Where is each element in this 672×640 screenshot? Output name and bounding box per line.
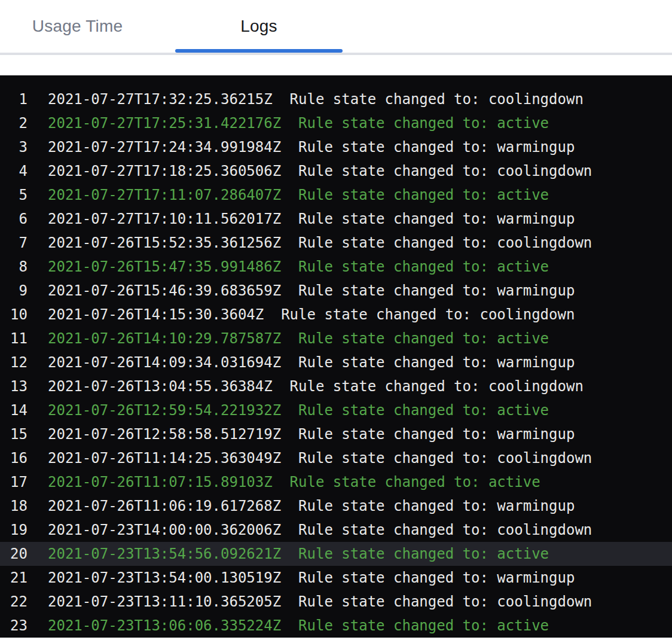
log-timestamp: 2021-07-23T13:06:06.335224Z: [48, 617, 281, 634]
log-row[interactable]: 8 2021-07-26T15:47:35.991486Z Rule state…: [0, 255, 672, 279]
log-row[interactable]: 6 2021-07-27T17:10:11.562017Z Rule state…: [0, 207, 672, 231]
log-row[interactable]: 12 2021-07-26T14:09:34.031694Z Rule stat…: [0, 351, 672, 374]
log-row[interactable]: 18 2021-07-26T11:06:19.617268Z Rule stat…: [0, 494, 672, 518]
line-number: 6: [0, 211, 28, 227]
log-line-content: 2021-07-26T15:46:39.683659Z Rule state c…: [48, 282, 575, 299]
log-message: Rule state changed to: warmingup: [281, 498, 575, 514]
log-message: Rule state changed to: warmingup: [281, 211, 575, 227]
tab-usage-time[interactable]: Usage Time: [8, 0, 147, 53]
log-line-content: 2021-07-26T15:47:35.991486Z Rule state c…: [48, 258, 549, 275]
log-message: Rule state changed to: coolingdown: [281, 593, 592, 610]
active-tab-indicator: [175, 49, 343, 53]
line-number: 10: [0, 306, 28, 323]
tab-bar: Usage Time Logs: [0, 0, 672, 55]
line-number: 7: [0, 234, 28, 251]
log-message: Rule state changed to: warmingup: [281, 426, 575, 443]
log-message: Rule state changed to: coolingdown: [281, 163, 592, 179]
log-timestamp: 2021-07-26T12:58:58.512719Z: [48, 426, 281, 443]
log-timestamp: 2021-07-26T14:09:34.031694Z: [48, 354, 281, 371]
log-line-content: 2021-07-27T17:25:31.422176Z Rule state c…: [48, 115, 549, 132]
log-line-content: 2021-07-26T15:52:35.361256Z Rule state c…: [48, 234, 592, 251]
log-row[interactable]: 9 2021-07-26T15:46:39.683659Z Rule state…: [0, 279, 672, 303]
log-message: Rule state changed to: active: [281, 617, 549, 634]
log-timestamp: 2021-07-23T13:11:10.365205Z: [48, 593, 281, 610]
log-row[interactable]: 7 2021-07-26T15:52:35.361256Z Rule state…: [0, 231, 672, 255]
log-message: Rule state changed to: warmingup: [281, 354, 575, 371]
log-message: Rule state changed to: coolingdown: [281, 450, 592, 467]
log-row[interactable]: 17 2021-07-26T11:07:15.89103Z Rule state…: [0, 470, 672, 494]
line-number: 12: [0, 354, 28, 371]
log-row[interactable]: 4 2021-07-27T17:18:25.360506Z Rule state…: [0, 159, 672, 183]
log-row[interactable]: 21 2021-07-23T13:54:00.130519Z Rule stat…: [0, 566, 672, 590]
log-message: Rule state changed to: warmingup: [281, 569, 575, 586]
log-row[interactable]: 3 2021-07-27T17:24:34.991984Z Rule state…: [0, 135, 672, 159]
line-number: 20: [0, 545, 28, 562]
log-timestamp: 2021-07-26T11:07:15.89103Z: [48, 474, 273, 490]
log-message: Rule state changed to: active: [281, 545, 549, 562]
line-number: 13: [0, 378, 28, 395]
log-timestamp: 2021-07-27T17:10:11.562017Z: [48, 211, 281, 227]
log-line-content: 2021-07-26T12:59:54.221932Z Rule state c…: [48, 402, 549, 419]
log-timestamp: 2021-07-26T11:06:19.617268Z: [48, 498, 281, 514]
log-row[interactable]: 23 2021-07-23T13:06:06.335224Z Rule stat…: [0, 614, 672, 638]
log-line-content: 2021-07-26T13:04:55.36384Z Rule state ch…: [48, 378, 584, 395]
line-number: 5: [0, 187, 28, 203]
line-number: 2: [0, 115, 28, 132]
log-message: Rule state changed to: active: [281, 115, 549, 132]
log-message: Rule state changed to: active: [281, 187, 549, 203]
log-timestamp: 2021-07-23T14:00:00.362006Z: [48, 522, 281, 538]
line-number: 3: [0, 139, 28, 156]
log-line-content: 2021-07-27T17:32:25.36215Z Rule state ch…: [48, 91, 584, 108]
log-row[interactable]: 11 2021-07-26T14:10:29.787587Z Rule stat…: [0, 327, 672, 351]
log-row[interactable]: 16 2021-07-26T11:14:25.363049Z Rule stat…: [0, 446, 672, 470]
log-row[interactable]: 20 2021-07-23T13:54:56.092621Z Rule stat…: [0, 542, 672, 566]
log-line-content: 2021-07-26T14:09:34.031694Z Rule state c…: [48, 354, 575, 371]
line-number: 19: [0, 522, 28, 538]
log-line-content: 2021-07-23T13:11:10.365205Z Rule state c…: [48, 593, 592, 610]
log-message: Rule state changed to: coolingdown: [273, 378, 584, 395]
log-timestamp: 2021-07-26T14:10:29.787587Z: [48, 330, 281, 347]
line-number: 1: [0, 91, 28, 108]
line-number: 14: [0, 402, 28, 419]
log-row[interactable]: 1 2021-07-27T17:32:25.36215Z Rule state …: [0, 87, 672, 111]
log-row[interactable]: 5 2021-07-27T17:11:07.286407Z Rule state…: [0, 183, 672, 207]
log-message: Rule state changed to: warmingup: [281, 282, 575, 299]
log-line-content: 2021-07-27T17:11:07.286407Z Rule state c…: [48, 187, 549, 203]
tab-usage-time-label: Usage Time: [32, 17, 123, 36]
log-timestamp: 2021-07-26T15:52:35.361256Z: [48, 234, 281, 251]
log-row[interactable]: 22 2021-07-23T13:11:10.365205Z Rule stat…: [0, 590, 672, 614]
log-line-content: 2021-07-26T11:07:15.89103Z Rule state ch…: [48, 474, 540, 490]
line-number: 8: [0, 258, 28, 275]
log-message: Rule state changed to: coolingdown: [273, 91, 584, 108]
log-panel: 1 2021-07-27T17:32:25.36215Z Rule state …: [0, 75, 672, 638]
tabbar-content-gap: [0, 55, 672, 75]
log-line-content: 2021-07-23T13:54:00.130519Z Rule state c…: [48, 569, 575, 586]
log-timestamp: 2021-07-26T11:14:25.363049Z: [48, 450, 281, 467]
log-row[interactable]: 14 2021-07-26T12:59:54.221932Z Rule stat…: [0, 398, 672, 422]
tab-logs[interactable]: Logs: [175, 0, 343, 53]
log-timestamp: 2021-07-26T15:47:35.991486Z: [48, 258, 281, 275]
log-message: Rule state changed to: active: [281, 402, 549, 419]
log-message: Rule state changed to: active: [281, 330, 549, 347]
tab-logs-label: Logs: [240, 17, 277, 36]
log-row[interactable]: 19 2021-07-23T14:00:00.362006Z Rule stat…: [0, 518, 672, 542]
log-line-content: 2021-07-23T14:00:00.362006Z Rule state c…: [48, 522, 592, 538]
log-line-content: 2021-07-26T14:10:29.787587Z Rule state c…: [48, 330, 549, 347]
log-line-content: 2021-07-23T13:54:56.092621Z Rule state c…: [48, 545, 549, 562]
log-timestamp: 2021-07-23T13:54:00.130519Z: [48, 569, 281, 586]
log-row[interactable]: 10 2021-07-26T14:15:30.3604Z Rule state …: [0, 303, 672, 327]
log-timestamp: 2021-07-26T12:59:54.221932Z: [48, 402, 281, 419]
log-timestamp: 2021-07-26T14:15:30.3604Z: [48, 306, 264, 323]
log-timestamp: 2021-07-27T17:25:31.422176Z: [48, 115, 281, 132]
log-row[interactable]: 2 2021-07-27T17:25:31.422176Z Rule state…: [0, 111, 672, 135]
log-message: Rule state changed to: coolingdown: [264, 306, 575, 323]
log-row[interactable]: 15 2021-07-26T12:58:58.512719Z Rule stat…: [0, 422, 672, 446]
line-number: 9: [0, 282, 28, 299]
log-row[interactable]: 13 2021-07-26T13:04:55.36384Z Rule state…: [0, 374, 672, 398]
line-number: 15: [0, 426, 28, 443]
log-timestamp: 2021-07-26T13:04:55.36384Z: [48, 378, 273, 395]
line-number: 4: [0, 163, 28, 179]
log-message: Rule state changed to: warmingup: [281, 139, 575, 156]
log-line-content: 2021-07-26T14:15:30.3604Z Rule state cha…: [48, 306, 575, 323]
log-timestamp: 2021-07-27T17:32:25.36215Z: [48, 91, 273, 108]
